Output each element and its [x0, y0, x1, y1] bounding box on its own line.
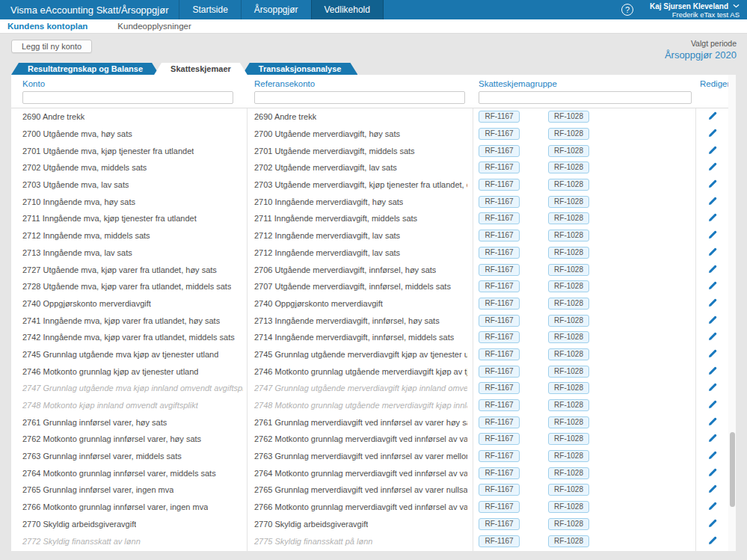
subnav-item-kundeopplysninger[interactable]: Kundeopplysninger [117, 22, 191, 31]
table-row: 2746 Motkonto grunnlag kjøp av tjenester… [11, 363, 736, 380]
skatteskjema-badge[interactable]: RF-1028 [548, 179, 589, 191]
skatteskjema-badge[interactable]: RF-1167 [479, 179, 520, 191]
skatteskjema-badge[interactable]: RF-1167 [479, 433, 520, 445]
skatteskjema-badge[interactable]: RF-1167 [479, 399, 520, 411]
edit-button[interactable] [696, 210, 729, 227]
edit-button[interactable] [696, 261, 729, 278]
skatteskjema-badge[interactable]: RF-1028 [548, 280, 589, 292]
skatteskjema-badge[interactable]: RF-1167 [479, 501, 520, 513]
skatteskjema-badge[interactable]: RF-1167 [479, 467, 520, 479]
edit-button[interactable] [696, 380, 729, 397]
skatteskjema-badge[interactable]: RF-1167 [479, 382, 520, 394]
vertical-scrollbar[interactable] [728, 75, 736, 551]
edit-button[interactable] [696, 278, 729, 295]
edit-button[interactable] [696, 532, 729, 550]
skatteskjema-badge[interactable]: RF-1167 [479, 128, 520, 140]
skatteskjema-badge[interactable]: RF-1028 [548, 518, 589, 530]
user-menu[interactable]: Kaj Sjursen Kleveland Frederik eTax test… [650, 1, 740, 19]
skatteskjema-badge[interactable]: RF-1028 [548, 348, 589, 360]
menu-item-arsoppgjor[interactable]: Årsoppgjør [241, 0, 311, 19]
edit-button[interactable] [696, 244, 729, 262]
edit-button[interactable] [696, 227, 729, 244]
edit-button[interactable] [696, 159, 729, 176]
skatteskjema-badge[interactable]: RF-1028 [548, 145, 589, 157]
edit-button[interactable] [696, 464, 729, 481]
tab-skatteskjemaer[interactable]: Skatteskjemaer [154, 63, 248, 75]
skatteskjema-badge[interactable]: RF-1028 [548, 382, 589, 394]
edit-button[interactable] [696, 176, 729, 194]
skatteskjema-badge[interactable]: RF-1167 [479, 518, 520, 530]
period-value[interactable]: Årsoppgjør 2020 [665, 49, 737, 61]
skatteskjema-badge[interactable]: RF-1167 [479, 264, 520, 276]
skatteskjema-badge[interactable]: RF-1028 [548, 484, 589, 496]
skatteskjemagruppe-filter-input[interactable] [479, 91, 692, 104]
skatteskjema-badge[interactable]: RF-1028 [548, 315, 589, 327]
edit-button[interactable] [696, 193, 729, 210]
edit-button[interactable] [696, 397, 729, 414]
menu-item-startside[interactable]: Startside [179, 0, 240, 19]
menu-item-vedlikehold[interactable]: Vedlikehold [311, 0, 384, 19]
skatteskjema-badge[interactable]: RF-1028 [548, 298, 589, 310]
skatteskjema-badge[interactable]: RF-1028 [548, 230, 589, 241]
skatteskjema-badge[interactable]: RF-1028 [548, 128, 589, 140]
skatteskjema-badge[interactable]: RF-1028 [548, 399, 589, 411]
konto-filter-input[interactable] [22, 91, 233, 104]
edit-button[interactable] [696, 329, 729, 346]
skatteskjema-badge[interactable]: RF-1167 [479, 230, 520, 241]
skatteskjema-badge[interactable]: RF-1167 [479, 535, 520, 547]
skatteskjema-badge[interactable]: RF-1167 [479, 331, 520, 343]
skatteskjema-badge[interactable]: RF-1167 [479, 366, 520, 378]
skatteskjema-badge[interactable]: RF-1028 [548, 433, 589, 445]
skatteskjema-badge[interactable]: RF-1028 [548, 161, 589, 173]
column-header-konto[interactable]: Konto [22, 79, 45, 88]
edit-button[interactable] [696, 481, 729, 499]
skatteskjema-badge[interactable]: RF-1028 [548, 535, 589, 547]
skatteskjema-badge[interactable]: RF-1167 [479, 196, 520, 208]
edit-button[interactable] [696, 312, 729, 329]
edit-button[interactable] [696, 295, 729, 313]
edit-button[interactable] [696, 499, 729, 516]
edit-button[interactable] [696, 142, 729, 159]
edit-button[interactable] [696, 431, 729, 448]
skatteskjema-badge[interactable]: RF-1028 [548, 247, 589, 259]
skatteskjema-badge[interactable]: RF-1167 [479, 212, 520, 224]
edit-button[interactable] [696, 448, 729, 465]
scrollbar-thumb[interactable] [730, 432, 735, 507]
tab-resultatregnskap-og-balanse[interactable]: Resultatregnskap og Balanse [11, 63, 159, 75]
skatteskjema-badge[interactable]: RF-1028 [548, 450, 589, 462]
skatteskjema-badge[interactable]: RF-1028 [548, 264, 589, 276]
add-account-button[interactable]: Legg til ny konto [11, 40, 92, 53]
skatteskjema-badge[interactable]: RF-1167 [479, 348, 520, 360]
edit-button[interactable] [696, 413, 729, 431]
edit-button[interactable] [696, 108, 729, 126]
skatteskjema-badge[interactable]: RF-1167 [479, 298, 520, 310]
skatteskjema-badge[interactable]: RF-1028 [548, 366, 589, 378]
tab-transaksjonsanalyse[interactable]: Transaksjonsanalyse [242, 63, 358, 75]
column-header-referansekonto[interactable]: Referansekonto [254, 79, 315, 88]
skatteskjema-badge[interactable]: RF-1167 [479, 161, 520, 173]
skatteskjema-badge[interactable]: RF-1167 [479, 416, 520, 428]
skatteskjema-badge[interactable]: RF-1028 [548, 212, 589, 224]
skatteskjema-badge[interactable]: RF-1167 [479, 280, 520, 292]
badges-cell: RF-1167 RF-1028 [479, 145, 589, 157]
skatteskjema-badge[interactable]: RF-1167 [479, 247, 520, 259]
skatteskjema-badge[interactable]: RF-1028 [548, 331, 589, 343]
edit-button[interactable] [696, 346, 729, 363]
edit-button[interactable] [696, 516, 729, 533]
edit-button[interactable] [696, 363, 729, 380]
subnav-item-kundens-kontoplan[interactable]: Kundens kontoplan [7, 22, 87, 31]
skatteskjema-badge[interactable]: RF-1028 [548, 467, 589, 479]
column-header-skatteskjemagruppe[interactable]: Skatteskjemagruppe [479, 79, 557, 88]
skatteskjema-badge[interactable]: RF-1028 [548, 501, 589, 513]
referansekonto-filter-input[interactable] [254, 91, 465, 104]
skatteskjema-badge[interactable]: RF-1167 [479, 111, 520, 123]
help-icon[interactable]: ? [621, 4, 633, 16]
skatteskjema-badge[interactable]: RF-1028 [548, 111, 589, 123]
edit-button[interactable] [696, 126, 729, 143]
skatteskjema-badge[interactable]: RF-1028 [548, 416, 589, 428]
skatteskjema-badge[interactable]: RF-1167 [479, 145, 520, 157]
skatteskjema-badge[interactable]: RF-1167 [479, 450, 520, 462]
skatteskjema-badge[interactable]: RF-1028 [548, 196, 589, 208]
skatteskjema-badge[interactable]: RF-1167 [479, 315, 520, 327]
skatteskjema-badge[interactable]: RF-1167 [479, 484, 520, 496]
